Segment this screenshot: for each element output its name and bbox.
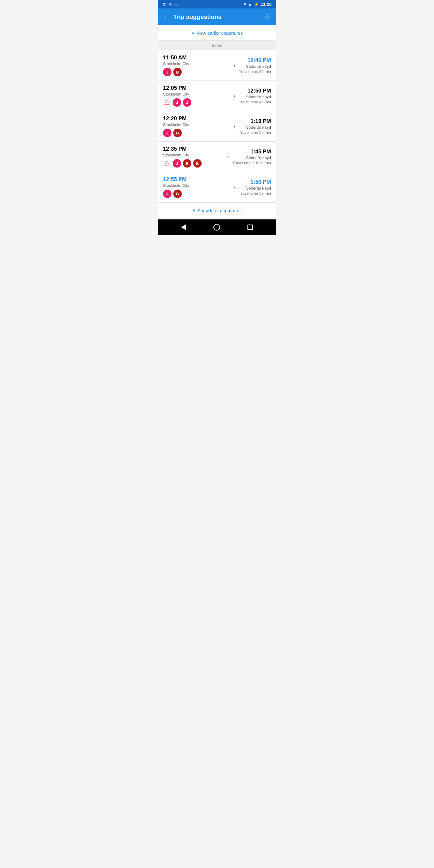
trip-to: Södertälje syd — [232, 156, 271, 160]
trip-from: Stockholm City — [163, 183, 230, 188]
trip-right: 12:50 PMSödertälje sydTravel time 45 min — [239, 88, 271, 104]
trip-row[interactable]: 12:20 PMStockholm CityJB›1:19 PMSödertäl… — [158, 111, 276, 142]
trip-duration: Travel time 59 min — [239, 130, 271, 135]
transport-badge: B — [193, 159, 202, 167]
signal-icon: ▲ — [248, 2, 252, 7]
transport-badge: B — [183, 159, 191, 167]
trip-arrive-time: 1:19 PM — [239, 118, 271, 124]
chevron-down-icon: ∨ — [192, 208, 195, 213]
trip-arrow-icon: › — [230, 184, 239, 190]
sync-icon: ◎ — [168, 2, 172, 7]
trip-duration: Travel time 45 min — [239, 100, 271, 104]
trip-right: 1:45 PMSödertälje sydTravel time 1 h 10 … — [232, 149, 271, 165]
trip-to: Södertälje syd — [239, 64, 271, 69]
trip-badges: JB — [163, 190, 230, 198]
trip-row[interactable]: 12:55 PMStockholm CityJB›1:50 PMSödertäl… — [158, 172, 276, 203]
status-bar: ⚙ ◎ ▭ ▾ ▲ ⚡ 11:28 — [158, 0, 276, 8]
chevron-up-icon: ∧ — [191, 30, 195, 36]
transport-badge: J — [163, 129, 172, 137]
transport-badge: J — [173, 98, 181, 107]
trip-arrow-icon: › — [230, 93, 239, 99]
recents-nav-button[interactable] — [247, 224, 253, 230]
trip-left: 11:50 AMStockholm CityJB — [163, 55, 230, 76]
warning-icon: ⚠ — [163, 159, 171, 167]
status-bar-right: ▾ ▲ ⚡ 11:28 — [244, 2, 272, 7]
trip-right: 1:19 PMSödertälje sydTravel time 59 min — [239, 118, 271, 135]
nav-bar — [158, 219, 276, 235]
trip-arrive-time: 1:45 PM — [232, 149, 271, 155]
view-earlier-button[interactable]: ∧ View earlier departures — [158, 25, 276, 41]
trip-depart-time: 11:50 AM — [163, 55, 230, 61]
transport-badge: J — [163, 190, 172, 198]
trip-row[interactable]: 12:35 PMStockholm City⚠JBB›1:45 PMSödert… — [158, 142, 276, 172]
trip-left: 12:05 PMStockholm City⚠JJ — [163, 85, 230, 107]
home-nav-icon — [213, 224, 220, 230]
transport-badge: B — [173, 68, 182, 76]
trip-duration: Travel time 59 min — [239, 191, 271, 195]
trip-to: Södertälje syd — [239, 186, 271, 190]
trip-duration: Travel time 1 h 10 min — [232, 161, 271, 165]
transport-badge: B — [173, 190, 182, 198]
trip-right: 12:46 PMSödertälje sydTravel time 55 min — [239, 57, 271, 74]
trip-left: 12:55 PMStockholm CityJB — [163, 176, 230, 198]
trip-arrow-icon: › — [230, 123, 239, 130]
page-title: Trip suggestions — [173, 13, 221, 21]
trip-from: Stockholm City — [163, 92, 230, 96]
trip-arrow-icon: › — [230, 62, 239, 69]
show-later-label: Show later departures — [197, 208, 242, 213]
trip-left: 12:20 PMStockholm CityJB — [163, 116, 230, 137]
section-label: today — [212, 43, 222, 48]
trip-badges: ⚠JBB — [163, 159, 223, 167]
trips-list: 11:50 AMStockholm CityJB›12:46 PMSödertä… — [158, 50, 276, 203]
transport-badge: J — [173, 159, 181, 167]
transport-badge: J — [163, 68, 172, 76]
transport-badge: J — [183, 98, 191, 107]
trip-badges: JB — [163, 129, 230, 137]
section-header: today — [158, 41, 276, 50]
time-display: 11:28 — [261, 2, 272, 7]
trip-from: Stockholm City — [163, 122, 230, 127]
back-nav-icon — [181, 224, 186, 230]
trip-depart-time: 12:35 PM — [163, 146, 223, 152]
back-button[interactable]: ← — [163, 13, 170, 21]
trip-badges: JB — [163, 68, 230, 76]
trip-from: Stockholm City — [163, 61, 230, 66]
favorite-button[interactable]: ☆ — [264, 12, 271, 22]
trip-row[interactable]: 11:50 AMStockholm CityJB›12:46 PMSödertä… — [158, 50, 276, 81]
trip-arrive-time: 12:46 PM — [239, 57, 271, 64]
sim-icon: ▭ — [174, 2, 178, 7]
home-nav-button[interactable] — [213, 224, 220, 230]
app-bar-left: ← Trip suggestions — [163, 13, 221, 21]
wifi-icon: ▾ — [244, 2, 246, 7]
trip-row[interactable]: 12:05 PMStockholm City⚠JJ›12:50 PMSödert… — [158, 81, 276, 111]
trip-arrive-time: 12:50 PM — [239, 88, 271, 94]
battery-icon: ⚡ — [254, 2, 259, 7]
trip-from: Stockholm City — [163, 153, 223, 157]
trip-to: Södertälje syd — [239, 125, 271, 130]
trip-to: Södertälje syd — [239, 95, 271, 99]
settings-icon: ⚙ — [162, 2, 166, 7]
trip-depart-time: 12:05 PM — [163, 85, 230, 91]
view-earlier-label: View earlier departures — [196, 30, 243, 36]
status-bar-left: ⚙ ◎ ▭ — [162, 2, 178, 7]
transport-badge: B — [173, 129, 182, 137]
back-nav-button[interactable] — [181, 224, 186, 230]
trip-left: 12:35 PMStockholm City⚠JBB — [163, 146, 223, 167]
recents-nav-icon — [247, 224, 253, 230]
trip-badges: ⚠JJ — [163, 98, 230, 107]
app-bar: ← Trip suggestions ☆ — [158, 8, 276, 25]
trip-arrive-time: 1:50 PM — [239, 179, 271, 185]
trip-depart-time: 12:55 PM — [163, 176, 230, 183]
trip-depart-time: 12:20 PM — [163, 116, 230, 122]
warning-icon: ⚠ — [163, 98, 171, 106]
show-later-button[interactable]: ∨ Show later departures — [158, 203, 276, 218]
trip-arrow-icon: › — [223, 154, 232, 160]
trip-right: 1:50 PMSödertälje sydTravel time 59 min — [239, 179, 271, 195]
trip-duration: Travel time 55 min — [239, 69, 271, 74]
